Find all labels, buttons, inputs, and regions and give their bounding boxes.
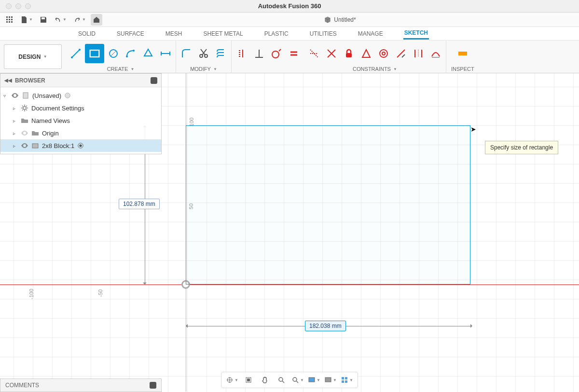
- maximize-dot[interactable]: [25, 3, 31, 9]
- svg-rect-3: [6, 19, 8, 20]
- visibility-off-icon[interactable]: [21, 129, 28, 137]
- tree-item-named-views[interactable]: ▹ Named Views: [0, 114, 161, 127]
- inspect-group-label[interactable]: INSPECT: [451, 66, 474, 73]
- tab-plastic[interactable]: PLASTIC: [263, 28, 290, 39]
- viewport-settings-icon[interactable]: ▼: [340, 374, 354, 386]
- home-icon[interactable]: [91, 14, 102, 26]
- create-group-label[interactable]: CREATE▼: [107, 66, 135, 73]
- symmetry-constraint-icon[interactable]: [410, 44, 427, 63]
- equal-constraint-icon[interactable]: [286, 44, 302, 63]
- svg-point-9: [71, 56, 73, 58]
- tree-root[interactable]: ▿ (Unsaved): [0, 89, 161, 102]
- grid-settings-icon[interactable]: ▼: [324, 374, 337, 386]
- tab-manage[interactable]: MANAGE: [357, 28, 384, 39]
- zoom-window-icon[interactable]: ▼: [291, 374, 304, 386]
- ribbon-group-constraints: CONSTRAINTS▼: [304, 41, 446, 73]
- trim-tool-icon[interactable]: [195, 44, 212, 63]
- tree-root-label: (Unsaved): [32, 92, 61, 99]
- svg-rect-25: [32, 144, 38, 148]
- sketch-rectangle[interactable]: [186, 125, 470, 284]
- width-dimension-input[interactable]: 182.038 mm: [305, 321, 346, 331]
- height-dimension-input[interactable]: 102.878 mm: [119, 199, 160, 209]
- constraints-group-label[interactable]: CONSTRAINTS▼: [353, 66, 397, 73]
- collinear-constraint-icon[interactable]: [393, 44, 409, 63]
- tab-sketch[interactable]: SKETCH: [403, 27, 429, 40]
- tab-utilities[interactable]: UTILITIES: [309, 28, 338, 39]
- collapse-icon[interactable]: [150, 382, 156, 389]
- tangent-constraint-icon[interactable]: [268, 44, 285, 63]
- polygon-tool-icon[interactable]: [140, 44, 156, 63]
- visibility-icon[interactable]: [11, 92, 19, 99]
- tree-item-document-settings[interactable]: ▹ Document Settings: [0, 102, 161, 114]
- svg-point-24: [23, 107, 26, 109]
- document-tab[interactable]: Untitled*: [324, 16, 356, 23]
- inspect-tool-icon[interactable]: [455, 44, 471, 63]
- svg-point-32: [293, 378, 297, 381]
- comments-panel[interactable]: COMMENTS: [0, 378, 162, 392]
- horizontal-constraint-icon[interactable]: [306, 44, 322, 63]
- minimize-dot[interactable]: [15, 3, 21, 9]
- dimension-tool-icon[interactable]: [157, 44, 174, 63]
- close-dot[interactable]: [6, 3, 12, 9]
- browser-header[interactable]: ◀◀ BROWSER: [0, 74, 161, 87]
- gear-icon: [21, 104, 28, 112]
- tab-solid[interactable]: SOLID: [77, 28, 96, 39]
- svg-rect-37: [342, 380, 344, 383]
- arc-tool-icon[interactable]: [123, 44, 139, 63]
- tree-item-origin[interactable]: ▹ Origin: [0, 127, 161, 139]
- radio-icon[interactable]: [77, 142, 84, 149]
- svg-rect-35: [342, 377, 344, 379]
- fillet-tool-icon[interactable]: [178, 44, 194, 63]
- svg-rect-34: [325, 378, 331, 382]
- triangle-constraint-icon[interactable]: [358, 44, 374, 63]
- svg-point-14: [133, 50, 135, 52]
- workspace-picker[interactable]: DESIGN ▼: [4, 44, 62, 69]
- comments-title: COMMENTS: [5, 382, 39, 389]
- body-icon: [31, 142, 39, 149]
- tab-surface[interactable]: SURFACE: [116, 28, 145, 39]
- traffic-lights: [6, 3, 31, 9]
- app-grid-icon[interactable]: [4, 14, 15, 26]
- modify-group-label[interactable]: MODIFY▼: [190, 66, 217, 73]
- zoom-icon[interactable]: [275, 374, 288, 386]
- axis-tick-x-n100: -100: [28, 289, 34, 299]
- document-title: Untitled*: [334, 16, 356, 23]
- save-icon[interactable]: [38, 14, 49, 26]
- circle-tool-icon[interactable]: [105, 44, 122, 63]
- curvature-constraint-icon[interactable]: [427, 44, 444, 63]
- svg-rect-0: [6, 16, 8, 18]
- browser-title: BROWSER: [15, 77, 45, 84]
- redo-icon[interactable]: ▼: [71, 14, 88, 26]
- look-at-icon[interactable]: [242, 374, 255, 386]
- concentric-constraint-icon[interactable]: [375, 44, 392, 63]
- tree-item-block[interactable]: ▹ 2x8 Block:1: [0, 139, 161, 152]
- construction-tool-icon[interactable]: [234, 44, 250, 63]
- line-tool-icon[interactable]: [68, 44, 84, 63]
- workspace-label: DESIGN: [18, 54, 41, 60]
- perpendicular-icon[interactable]: [251, 44, 267, 63]
- display-settings-icon[interactable]: ▼: [307, 374, 321, 386]
- tree-label: Named Views: [31, 117, 70, 124]
- fix-constraint-icon[interactable]: [341, 44, 357, 63]
- visibility-icon[interactable]: [21, 142, 28, 149]
- ribbon-tabs: SOLID SURFACE MESH SHEET METAL PLASTIC U…: [0, 27, 579, 41]
- svg-rect-2: [11, 16, 13, 18]
- pan-icon[interactable]: [258, 374, 272, 386]
- orbit-icon[interactable]: ▼: [225, 374, 239, 386]
- arrow-right-icon: [470, 324, 474, 328]
- collapse-icon[interactable]: [151, 77, 157, 84]
- component-icon: [22, 92, 29, 99]
- tab-sheet-metal[interactable]: SHEET METAL: [202, 28, 244, 39]
- ribbon-group-modify: MODIFY▼: [176, 41, 232, 73]
- svg-point-27: [80, 144, 82, 147]
- app-title: Autodesk Fusion 360: [258, 2, 321, 10]
- ribbon-group-misc: [232, 41, 304, 73]
- svg-rect-33: [309, 378, 315, 382]
- undo-icon[interactable]: ▼: [52, 14, 69, 26]
- file-new-icon[interactable]: ▼: [18, 14, 35, 26]
- tab-mesh[interactable]: MESH: [165, 28, 183, 39]
- offset-tool-icon[interactable]: [213, 44, 229, 63]
- navigation-bar: ▼ ▼ ▼ ▼ ▼: [221, 372, 358, 388]
- rectangle-tool-icon[interactable]: [85, 44, 104, 63]
- coincident-constraint-icon[interactable]: [323, 44, 340, 63]
